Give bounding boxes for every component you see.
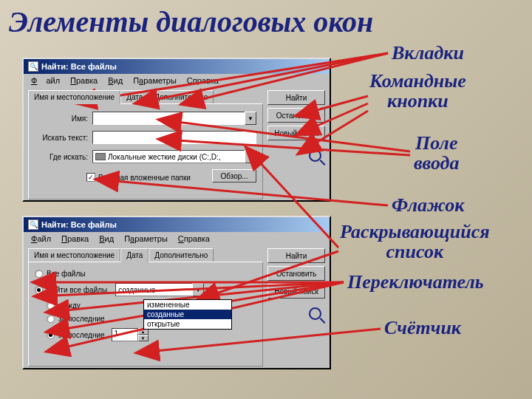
menubar: Файл Правка Вид Параметры Справка [24, 74, 330, 87]
radio-last-label: за последние [58, 315, 105, 323]
disk-icon [95, 153, 106, 160]
menu-edit[interactable]: Правка [66, 75, 102, 86]
radio-find-all[interactable] [35, 286, 43, 294]
name-label: Имя: [35, 115, 88, 123]
radio-last2-label: за последние [58, 331, 105, 339]
new-search-button-2[interactable]: Новый поиск [267, 284, 325, 299]
label-input-field: Поле ввода [414, 133, 459, 174]
menu-view-2[interactable]: Вид [95, 233, 118, 244]
tab-advanced[interactable]: Дополнительно [149, 90, 214, 103]
browse-button[interactable]: Обзор... [212, 169, 256, 183]
titlebar: 🔍 Найти: Все файлы [24, 59, 330, 74]
window-title-2: Найти: Все файлы [41, 220, 117, 229]
label-dropdown: Раскрывающийся список [340, 222, 490, 262]
label-command-buttons: Командные кнопки [369, 71, 466, 112]
radio-all-label: Все файлы [47, 270, 85, 278]
where-combo[interactable]: Локальные жесткие диски (C:,D:, [92, 150, 245, 163]
window-icon: 🔍 [28, 61, 38, 72]
stop-button-2[interactable]: Остановить [267, 266, 325, 281]
search-text-input[interactable] [92, 131, 256, 144]
magnifier-icon [309, 149, 325, 166]
tab-date[interactable]: Дата [120, 90, 149, 103]
spinner-input[interactable]: 1 [112, 328, 138, 341]
label-tabs: Вкладки [392, 43, 464, 63]
tabs-row: Имя и местоположение Дата Дополнительно [28, 90, 263, 103]
radio-between[interactable] [47, 301, 55, 310]
menu-file[interactable]: Файл [27, 75, 64, 86]
menu-file-2[interactable]: Файл [27, 233, 55, 244]
where-dropdown-btn[interactable]: ▼ [245, 150, 256, 163]
created-combo[interactable]: созданные [115, 283, 192, 296]
name-input[interactable] [92, 112, 245, 125]
include-subfolders-label: Включая вложенные папки [98, 174, 191, 182]
menu-view[interactable]: Вид [103, 75, 127, 86]
spinner-down[interactable]: ▼ [138, 335, 149, 341]
name-dropdown-btn[interactable]: ▼ [245, 112, 256, 125]
tab-name-location[interactable]: Имя и местоположение [28, 90, 120, 104]
find-window-1: 🔍 Найти: Все файлы Файл Правка Вид Парам… [22, 58, 331, 202]
titlebar-2: 🔍 Найти: Все файлы [24, 217, 330, 232]
dropdown-item-1[interactable]: созданные [144, 310, 231, 319]
find-window-2: 🔍 Найти: Все файлы Файл Правка Вид Парам… [22, 216, 331, 369]
dropdown-item-2[interactable]: открытые [144, 319, 231, 329]
menu-help-2[interactable]: Справка [174, 233, 214, 244]
menu-edit-2[interactable]: Правка [57, 233, 93, 244]
tab-date-2[interactable]: Дата [120, 248, 149, 262]
radio-last-months[interactable] [47, 315, 55, 323]
window-title: Найти: Все файлы [41, 62, 117, 71]
menu-options[interactable]: Параметры [129, 75, 181, 86]
include-subfolders-checkbox[interactable]: ✓ [86, 173, 95, 182]
tabs-row-2: Имя и местоположение Дата Дополнительно [28, 248, 263, 262]
find-button[interactable]: Найти [267, 90, 325, 105]
window-icon: 🔍 [28, 219, 38, 230]
dropdown-item-0[interactable]: измененные [144, 300, 231, 310]
menu-options-2[interactable]: Параметры [120, 233, 172, 244]
menu-help[interactable]: Справка [183, 75, 223, 86]
radio-all-files[interactable] [35, 270, 43, 278]
where-label: Где искать: [35, 153, 88, 161]
menubar-2: Файл Правка Вид Параметры Справка [24, 232, 330, 245]
tab-advanced-2[interactable]: Дополнительно [149, 248, 214, 262]
radio-between-label: между [58, 301, 81, 310]
tab-name-location-2[interactable]: Имя и местоположение [28, 248, 120, 262]
new-search-button[interactable]: Новый поиск [267, 126, 325, 140]
created-dropdown-btn[interactable]: ▼ [192, 283, 204, 296]
text-label: Искать текст: [35, 134, 88, 142]
page-title: Элементы диалоговых окон [0, 0, 532, 44]
radio-last-days[interactable] [47, 331, 55, 339]
dropdown-list[interactable]: измененные созданные открытые [143, 299, 232, 330]
radio-find-all-label: Найти все файлы [47, 286, 107, 294]
find-button-2[interactable]: Найти [267, 248, 325, 263]
stop-button[interactable]: Остановить [267, 108, 325, 123]
label-radio: Переключатель [347, 272, 484, 292]
magnifier-icon-2 [309, 307, 325, 324]
label-checkbox: Флажок [392, 195, 464, 215]
label-spinner: Счётчик [384, 318, 461, 338]
